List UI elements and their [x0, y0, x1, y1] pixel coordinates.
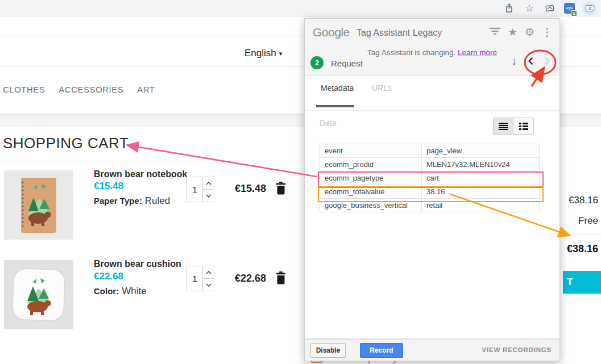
checkout-button-label: T — [567, 277, 573, 288]
item-option-value: Ruled — [145, 195, 170, 206]
share-icon[interactable] — [503, 2, 515, 15]
summary-total: €38.16 — [557, 243, 598, 255]
item-option: Color:White — [94, 286, 147, 297]
browser-toolbar: ☆ </> 1 2 — [0, 0, 601, 16]
star-icon[interactable]: ★ — [508, 27, 517, 37]
bookmark-star-icon[interactable]: ☆ — [523, 2, 536, 15]
item-price: €15.48 — [94, 181, 123, 192]
nav-item-art[interactable]: ART — [137, 85, 155, 94]
table-key: ecomm_prodid — [320, 158, 422, 171]
metadata-table: eventpage_view ecomm_prodidMLEN17v32,MLE… — [320, 144, 540, 212]
trash-icon[interactable] — [275, 271, 287, 284]
gtm-extension-badge: 1 — [571, 10, 577, 16]
tag-assistant-badge: 2 — [586, 5, 594, 11]
page-title: SHOPPING CART — [3, 135, 129, 152]
table-key: google_business_vertical — [320, 199, 422, 212]
nav-item-accessories[interactable]: ACCESSORIES — [59, 85, 123, 94]
table-row: google_business_verticalretail — [320, 199, 540, 212]
language-label: English — [244, 48, 276, 59]
product-image-cushion[interactable] — [4, 260, 73, 329]
screen: ☆ </> 1 2 English ▾ CLOTHES ACCESSORIES … — [0, 0, 601, 364]
popup-footer: Disable Record VIEW RECORDINGS — [305, 339, 559, 361]
more-menu-icon[interactable]: ⋮ — [542, 27, 553, 37]
gear-icon[interactable]: ⚙ — [525, 27, 534, 37]
table-value: MLEN17v32,MLEN10v24 — [422, 158, 540, 171]
summary-divider — [563, 234, 601, 235]
download-arrow-icon[interactable]: ↓ — [511, 55, 517, 68]
line-total: €15.48 — [235, 183, 266, 195]
chevron-right-icon[interactable] — [544, 57, 550, 68]
filter-icon[interactable] — [490, 27, 500, 37]
table-value: 38.16 — [422, 185, 540, 199]
tag-companion-extension-icon[interactable] — [544, 2, 556, 15]
nav-item-clothes[interactable]: CLOTHES — [3, 85, 45, 94]
tabs-divider — [305, 110, 559, 111]
table-row: ecomm_totalvalue38.16 — [320, 185, 540, 199]
table-row: eventpage_view — [320, 144, 540, 158]
table-row: ecomm_pagetypecart — [320, 171, 540, 185]
table-row: ecomm_prodidMLEN17v32,MLEN10v24 — [320, 158, 540, 171]
main-nav: CLOTHES ACCESSORIES ART — [3, 85, 155, 94]
record-button[interactable]: Record — [360, 343, 403, 358]
tag-assistant-popup: Google Tag Assistant Legacy ★ ⚙ ⋮ Tag As… — [304, 18, 560, 361]
title-divider — [0, 161, 301, 161]
disable-button[interactable]: Disable — [310, 343, 346, 358]
quantity-stepper — [186, 177, 214, 202]
popup-header: Google Tag Assistant Legacy ★ ⚙ ⋮ — [305, 19, 559, 46]
gtm-extension-icon[interactable]: </> 1 — [564, 3, 575, 14]
table-key: ecomm_pagetype — [320, 171, 422, 185]
product-image-notebook[interactable] — [4, 170, 73, 240]
quantity-increase-icon[interactable] — [203, 177, 214, 189]
summary-shipping: Free — [557, 215, 598, 227]
active-tab-underline — [316, 105, 354, 107]
summary-subtotal: €38.16 — [557, 195, 598, 206]
request-label: Request — [331, 58, 363, 68]
tab-metadata[interactable]: Metadata — [321, 83, 354, 93]
banner-text: Tag Assistant is changing. — [367, 48, 455, 57]
detail-view-icon[interactable] — [513, 118, 533, 134]
view-toggle — [493, 118, 534, 135]
quantity-decrease-icon[interactable] — [203, 278, 214, 291]
chevron-left-icon[interactable] — [528, 57, 534, 68]
quantity-input[interactable] — [187, 266, 202, 291]
item-name[interactable]: Brown bear notebook — [94, 169, 187, 179]
learn-more-link[interactable]: Learn more — [458, 48, 497, 57]
quantity-input[interactable] — [187, 177, 202, 202]
item-name[interactable]: Brown bear cushion — [94, 259, 181, 269]
request-count-badge: 2 — [310, 56, 324, 69]
item-option-label: Paper Type: — [94, 196, 142, 206]
quantity-stepper — [186, 266, 214, 291]
language-selector[interactable]: English ▾ — [244, 48, 282, 59]
chevron-down-icon: ▾ — [279, 50, 283, 57]
quantity-increase-icon[interactable] — [203, 266, 214, 278]
google-logo: Google — [313, 26, 350, 39]
line-total: €22.68 — [235, 273, 266, 284]
table-key: event — [320, 144, 422, 158]
checkout-button[interactable]: T — [563, 271, 601, 294]
trash-icon[interactable] — [275, 182, 287, 195]
item-option-label: Color: — [94, 286, 119, 296]
table-value: retail — [422, 199, 540, 212]
quantity-decrease-icon[interactable] — [203, 189, 214, 202]
view-recordings-link[interactable]: VIEW RECORDINGS — [482, 346, 552, 353]
tab-urls[interactable]: URLs — [372, 83, 392, 93]
popup-content-card: Metadata URLs Data eventpage_view ecomm_… — [305, 75, 559, 339]
table-value: cart — [422, 171, 540, 185]
table-value: page_view — [422, 144, 540, 158]
data-section-label: Data — [320, 119, 337, 128]
item-option: Paper Type:Ruled — [94, 195, 170, 207]
item-option-value: White — [122, 286, 146, 296]
item-price: €22.68 — [94, 271, 123, 282]
list-view-icon[interactable] — [494, 118, 513, 134]
popup-title: Tag Assistant Legacy — [357, 28, 442, 38]
table-key: ecomm_totalvalue — [320, 185, 422, 199]
change-banner: Tag Assistant is changing. Learn more — [305, 48, 559, 57]
tag-assistant-extension-icon[interactable]: 2 — [583, 2, 596, 15]
